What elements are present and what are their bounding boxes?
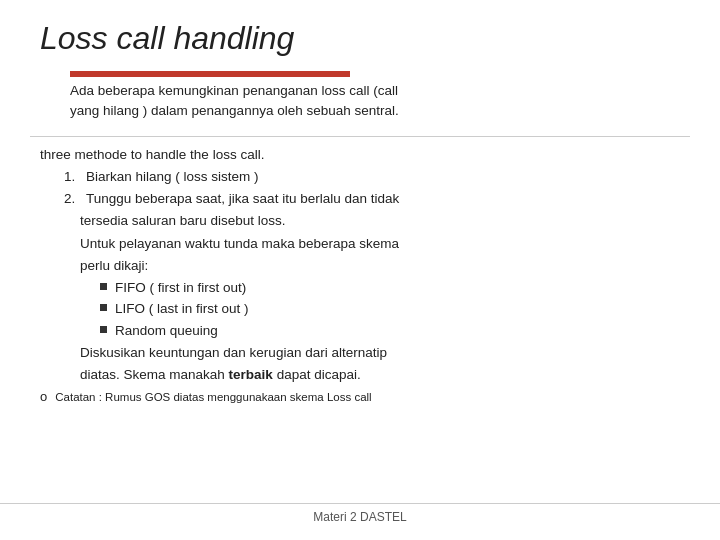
discuss-line1: Diskusikan keuntungan dan kerugian dari … (80, 343, 690, 363)
list-item-2: 2. Tunggu beberapa saat, jika saat itu b… (64, 189, 690, 209)
indent-block: tersedia saluran baru disebut loss. Untu… (80, 211, 690, 341)
discuss-line2: diatas. Skema manakah terbaik dapat dica… (80, 365, 690, 385)
highlight-bar (70, 71, 350, 77)
discuss-block: Diskusikan keuntungan dan kerugian dari … (80, 343, 690, 386)
bullet-icon (100, 304, 107, 311)
bullet-text-2: LIFO ( last in first out ) (115, 299, 249, 319)
bullet-text-3: Random queuing (115, 321, 218, 341)
item-1-text: Biarkan hilang ( loss sistem ) (86, 167, 259, 187)
list-item: FIFO ( first in first out) (100, 278, 690, 298)
list-item: LIFO ( last in first out ) (100, 299, 690, 319)
discuss-bold: terbaik (229, 367, 273, 382)
footer: Materi 2 DASTEL (0, 503, 720, 524)
slide-title: Loss call handling (40, 20, 690, 57)
num-1: 1. (64, 167, 80, 187)
divider-top (30, 136, 690, 137)
num-2: 2. (64, 189, 80, 209)
item-2-text: Tunggu beberapa saat, jika saat itu berl… (86, 189, 399, 209)
footer-text: Materi 2 DASTEL (313, 510, 406, 524)
bullet-icon (100, 326, 107, 333)
bullet-icon (100, 283, 107, 290)
note-row: o Catatan : Rumus GOS diatas menggunakaa… (40, 389, 690, 405)
pelayanan-line1: Untuk pelayanan waktu tunda maka beberap… (80, 234, 690, 254)
three-methods-label: three methode to handle the loss call. (40, 145, 690, 165)
bullet-list: FIFO ( first in first out) LIFO ( last i… (100, 278, 690, 341)
list-item: Random queuing (100, 321, 690, 341)
numbered-list: 1. Biarkan hilang ( loss sistem ) 2. Tun… (64, 167, 690, 210)
bullet-text-1: FIFO ( first in first out) (115, 278, 246, 298)
intro-line2: yang hilang ) dalam penangannya oleh seb… (70, 103, 399, 118)
intro-text: Ada beberapa kemungkinan penanganan loss… (70, 81, 690, 122)
pelayanan-line2: perlu dikaji: (80, 256, 690, 276)
main-content: three methode to handle the loss call. 1… (40, 145, 690, 386)
intro-line1: Ada beberapa kemungkinan penanganan loss… (70, 83, 398, 98)
note-bullet: o (40, 389, 47, 404)
slide: Loss call handling Ada beberapa kemungki… (0, 0, 720, 540)
item2-line2: tersedia saluran baru disebut loss. (80, 211, 690, 231)
list-item-1: 1. Biarkan hilang ( loss sistem ) (64, 167, 690, 187)
note-text: Catatan : Rumus GOS diatas menggunakaan … (55, 389, 371, 405)
